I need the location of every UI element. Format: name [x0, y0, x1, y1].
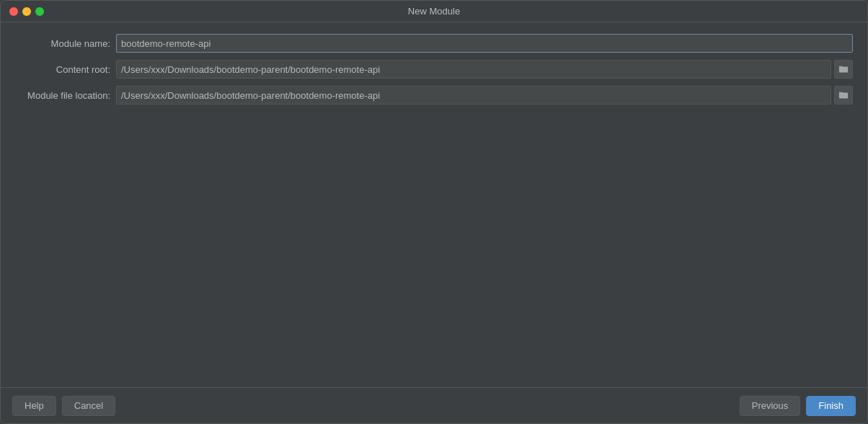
close-button[interactable] — [9, 7, 18, 16]
module-file-location-row: Module file location: — [15, 86, 853, 105]
content-root-input[interactable] — [116, 60, 831, 79]
previous-button[interactable]: Previous — [740, 396, 801, 416]
module-name-row: Module name: — [15, 34, 853, 53]
module-file-location-input[interactable] — [116, 86, 831, 105]
module-file-location-input-wrapper — [116, 86, 853, 105]
dialog-footer: Help Cancel Previous Finish — [1, 387, 867, 423]
module-file-location-label: Module file location: — [15, 90, 116, 101]
dialog-window: New Module Module name: Content root: — [0, 0, 868, 424]
folder-icon — [838, 64, 849, 74]
content-root-input-group — [116, 60, 853, 79]
module-name-input-wrapper — [116, 34, 853, 53]
footer-right-buttons: Previous Finish — [740, 396, 856, 416]
cancel-button[interactable]: Cancel — [62, 396, 115, 416]
folder-icon — [838, 90, 849, 100]
title-bar: New Module — [1, 1, 867, 22]
content-root-label: Content root: — [15, 64, 116, 75]
footer-left-buttons: Help Cancel — [12, 396, 115, 416]
maximize-button[interactable] — [35, 7, 44, 16]
module-name-label: Module name: — [15, 38, 116, 49]
help-button[interactable]: Help — [12, 396, 56, 416]
content-root-input-wrapper — [116, 60, 853, 79]
traffic-lights — [9, 7, 44, 16]
minimize-button[interactable] — [22, 7, 31, 16]
form-content: Module name: Content root: — [1, 22, 867, 387]
finish-button[interactable]: Finish — [806, 396, 856, 416]
dialog-title: New Module — [408, 6, 460, 17]
module-file-location-input-group — [116, 86, 853, 105]
content-root-row: Content root: — [15, 60, 853, 79]
module-file-location-browse-button[interactable] — [834, 86, 853, 105]
content-root-browse-button[interactable] — [834, 60, 853, 79]
module-name-input[interactable] — [116, 34, 853, 53]
